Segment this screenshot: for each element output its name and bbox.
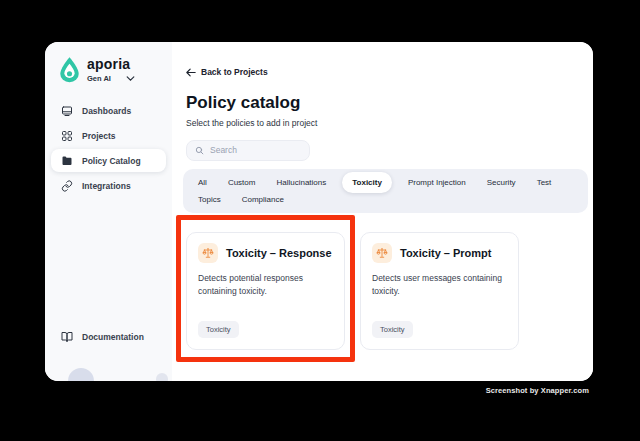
sidebar-item-label: Integrations [82, 181, 131, 191]
sidebar-item-integrations[interactable]: Integrations [45, 173, 172, 198]
search-input[interactable] [210, 145, 301, 155]
arrow-left-icon [186, 68, 196, 77]
link-icon [61, 180, 73, 192]
brand-name: aporia [87, 57, 135, 72]
tab-prompt-injection[interactable]: Prompt Injection [408, 175, 466, 190]
sidebar-item-label: Dashboards [82, 106, 131, 116]
app-window: aporia Gen AI Dashboards [45, 42, 593, 381]
brand-text: aporia Gen AI [87, 57, 135, 83]
main-content: Back to Projects Policy catalog Select t… [172, 42, 593, 381]
card-tag-badge: Toxicity [198, 321, 239, 338]
sidebar-nav: Dashboards Projects Policy Catalog [45, 98, 172, 198]
sidebar-item-projects[interactable]: Projects [45, 123, 172, 148]
folder-icon [61, 155, 73, 167]
policy-card-toxicity-response[interactable]: Toxicity – Response Detects potential re… [186, 232, 345, 350]
sidebar-item-label: Projects [82, 131, 116, 141]
filter-tabs: All Custom Hallucinations Toxicity Promp… [183, 169, 588, 213]
card-header: Toxicity – Response [198, 243, 333, 263]
watermark-text: Screenshot by Xnapper.com [486, 386, 589, 395]
chevron-down-icon [126, 76, 135, 81]
card-title: Toxicity – Prompt [400, 247, 491, 259]
screenshot-stage: aporia Gen AI Dashboards [0, 0, 640, 441]
card-header: Toxicity – Prompt [372, 243, 507, 263]
policy-card-list: Toxicity – Response Detects potential re… [186, 232, 593, 350]
projects-grid-icon [61, 130, 73, 142]
tab-compliance[interactable]: Compliance [242, 192, 284, 207]
aporia-logo-icon [60, 57, 79, 83]
book-open-icon [61, 331, 73, 343]
page-title: Policy catalog [186, 93, 593, 113]
back-link-label: Back to Projects [201, 67, 268, 77]
tab-test[interactable]: Test [537, 175, 552, 190]
sidebar-item-dashboards[interactable]: Dashboards [45, 98, 172, 123]
policy-card-toxicity-prompt[interactable]: Toxicity – Prompt Detects user messages … [360, 232, 519, 350]
tab-custom[interactable]: Custom [228, 175, 256, 190]
card-description: Detects potential responses containing t… [198, 272, 333, 298]
card-title: Toxicity – Response [226, 247, 332, 259]
sidebar-item-label: Documentation [82, 332, 144, 342]
card-tag-badge: Toxicity [372, 321, 413, 338]
sidebar-item-policy-catalog[interactable]: Policy Catalog [51, 149, 166, 172]
tab-security[interactable]: Security [487, 175, 516, 190]
search-icon [195, 146, 204, 155]
scales-icon [372, 243, 392, 263]
sidebar: aporia Gen AI Dashboards [45, 42, 172, 381]
dashboards-icon [61, 105, 73, 117]
workspace-name: Gen AI [87, 74, 111, 83]
page-subtitle: Select the policies to add in project [186, 118, 593, 128]
scales-icon [198, 243, 218, 263]
tab-hallucinations[interactable]: Hallucinations [276, 175, 326, 190]
card-description: Detects user messages containing toxicit… [372, 272, 507, 298]
back-to-projects-link[interactable]: Back to Projects [186, 67, 268, 77]
search-box[interactable] [186, 140, 310, 161]
workspace-switcher[interactable]: aporia Gen AI [45, 42, 172, 83]
sidebar-item-documentation[interactable]: Documentation [45, 324, 172, 349]
tab-topics[interactable]: Topics [198, 192, 221, 207]
user-avatar[interactable] [68, 368, 94, 381]
sidebar-collapse-handle[interactable] [156, 373, 168, 381]
sidebar-item-label: Policy Catalog [82, 156, 141, 166]
tab-all[interactable]: All [198, 175, 207, 190]
tab-toxicity[interactable]: Toxicity [342, 172, 392, 193]
